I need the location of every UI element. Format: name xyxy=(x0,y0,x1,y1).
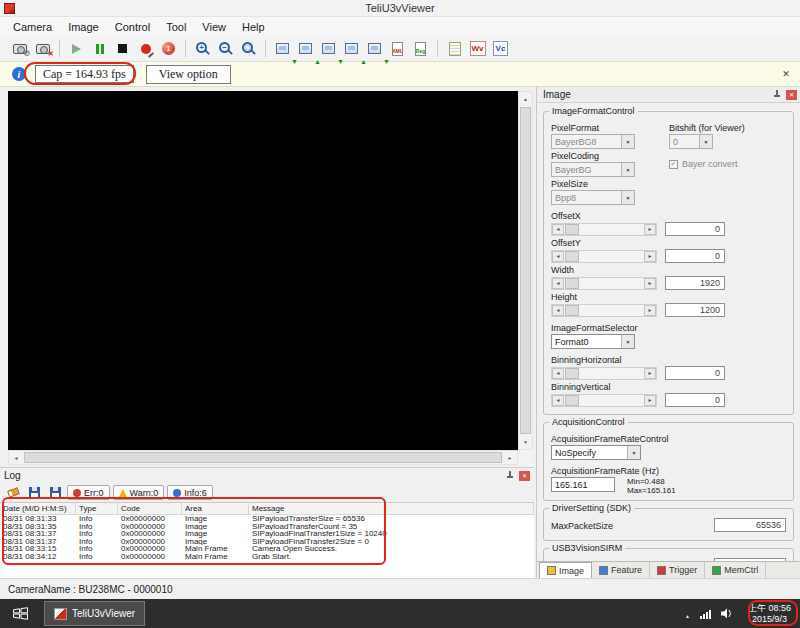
tab-image[interactable]: Image xyxy=(539,562,592,578)
start-button[interactable] xyxy=(0,599,40,628)
offset-x-slider[interactable] xyxy=(551,223,657,236)
binning-vertical-value[interactable]: 0 xyxy=(665,393,725,407)
scroll-left-icon[interactable] xyxy=(9,451,23,464)
log-row[interactable]: 08/31 08:33:15Info0x00000000Main FrameCa… xyxy=(0,545,534,553)
camera-settings-save-button[interactable] xyxy=(271,38,294,60)
log-window-button[interactable] xyxy=(443,38,466,60)
snapshot-counter-button[interactable]: 1 xyxy=(157,38,180,60)
zoom-fit-button[interactable]: □ xyxy=(237,38,260,60)
binning-horizontal-slider[interactable] xyxy=(551,367,657,380)
log-row[interactable]: 08/31 08:31:35Info0x00000000ImageSIPaylo… xyxy=(0,523,534,531)
slider-right-icon[interactable] xyxy=(644,278,656,289)
camera-close-button[interactable]: ✕ xyxy=(31,38,54,60)
offset-x-value[interactable]: 0 xyxy=(665,222,725,236)
log-column-code[interactable]: Code xyxy=(118,503,182,514)
xml-export-button[interactable]: XML xyxy=(386,38,409,60)
filter-error-button[interactable]: Err:0 xyxy=(67,485,110,500)
slider-left-icon[interactable] xyxy=(552,278,564,289)
acquisition-frame-rate-control-select[interactable]: NoSpecify xyxy=(551,445,641,460)
camera-open-button[interactable]: ⚙ xyxy=(8,38,31,60)
slider-left-icon[interactable] xyxy=(552,368,564,379)
image-format-selector-select[interactable]: Format0 xyxy=(551,334,635,349)
pin-icon[interactable] xyxy=(506,471,514,480)
log-column-type[interactable]: Type xyxy=(76,503,118,514)
menu-image[interactable]: Image xyxy=(60,19,107,35)
scroll-up-icon[interactable] xyxy=(519,92,532,106)
log-column-area[interactable]: Area xyxy=(182,503,249,514)
pixel-size-select[interactable]: Bpp8 xyxy=(551,190,635,205)
menu-view[interactable]: View xyxy=(194,19,234,35)
slider-right-icon[interactable] xyxy=(644,395,656,406)
scroll-right-icon[interactable] xyxy=(503,451,517,464)
max-packet-size-input[interactable]: 65536 xyxy=(714,518,786,532)
viewer-settings-save-button[interactable] xyxy=(317,38,340,60)
record-button[interactable] xyxy=(134,38,157,60)
tray-chevron-icon[interactable] xyxy=(685,608,690,620)
taskbar-clock[interactable]: 上午 08:56 2015/9/3 xyxy=(744,603,795,625)
settings-refresh-button[interactable] xyxy=(363,38,386,60)
height-slider[interactable] xyxy=(551,304,657,317)
grab-start-button[interactable] xyxy=(65,38,88,60)
scroll-down-icon[interactable] xyxy=(519,435,532,449)
height-value[interactable]: 1200 xyxy=(665,303,725,317)
tab-feature[interactable]: Feature xyxy=(592,562,650,578)
menu-help[interactable]: Help xyxy=(234,19,273,35)
binning-vertical-slider[interactable] xyxy=(551,394,657,407)
slider-right-icon[interactable] xyxy=(644,224,656,235)
horizontal-scroll-thumb[interactable] xyxy=(24,452,502,463)
width-slider[interactable] xyxy=(551,277,657,290)
wv-tool-button[interactable]: Wv xyxy=(466,38,489,60)
vc-tool-button[interactable]: Vc xyxy=(489,38,512,60)
log-row[interactable]: 08/31 08:34:12Info0x00000000Main FrameGr… xyxy=(0,553,534,561)
network-icon[interactable] xyxy=(700,609,711,619)
slider-right-icon[interactable] xyxy=(644,251,656,262)
slider-thumb[interactable] xyxy=(565,224,579,235)
log-column-message[interactable]: Message xyxy=(249,503,534,514)
viewer-settings-load-button[interactable] xyxy=(340,38,363,60)
filter-warning-button[interactable]: Warn:0 xyxy=(113,485,165,500)
view-option-button[interactable]: View option xyxy=(146,65,231,84)
slider-right-icon[interactable] xyxy=(644,368,656,379)
zoom-in-button[interactable]: + xyxy=(191,38,214,60)
zoom-out-button[interactable]: − xyxy=(214,38,237,60)
taskbar-app-button[interactable]: TeliU3vViewer xyxy=(44,601,145,626)
slider-thumb[interactable] xyxy=(565,305,579,316)
vertical-scrollbar[interactable] xyxy=(518,91,533,450)
bayer-convert-checkbox[interactable]: Bayer convert xyxy=(669,159,786,169)
log-clear-button[interactable] xyxy=(4,485,22,501)
slider-thumb[interactable] xyxy=(565,368,579,379)
filter-info-button[interactable]: Info:6 xyxy=(167,485,213,500)
slider-left-icon[interactable] xyxy=(552,305,564,316)
slider-right-icon[interactable] xyxy=(644,305,656,316)
camera-settings-load-button[interactable] xyxy=(294,38,317,60)
slider-left-icon[interactable] xyxy=(552,224,564,235)
panel-close-icon[interactable] xyxy=(786,90,797,100)
binning-horizontal-value[interactable]: 0 xyxy=(665,366,725,380)
slider-left-icon[interactable] xyxy=(552,395,564,406)
log-row[interactable]: 08/31 08:31:37Info0x00000000ImageSIPaylo… xyxy=(0,530,534,538)
log-column-date[interactable]: Date (M/D H:M:S) xyxy=(0,503,76,514)
slider-thumb[interactable] xyxy=(565,251,579,262)
tab-memctrl[interactable]: MemCtrl xyxy=(705,562,766,578)
log-row[interactable]: 08/31 08:31:33Info0x00000000ImageSIPaylo… xyxy=(0,515,534,523)
pixel-format-select[interactable]: BayerBG8 xyxy=(551,134,635,149)
slider-left-icon[interactable] xyxy=(552,251,564,262)
horizontal-scrollbar[interactable] xyxy=(8,450,518,465)
offset-y-value[interactable]: 0 xyxy=(665,249,725,263)
offset-y-slider[interactable] xyxy=(551,250,657,263)
image-display-area[interactable] xyxy=(8,91,518,450)
log-row[interactable]: 08/31 08:31:37Info0x00000000ImageSIPaylo… xyxy=(0,538,534,546)
width-value[interactable]: 1920 xyxy=(665,276,725,290)
menu-camera[interactable]: Camera xyxy=(5,19,60,35)
speaker-icon[interactable] xyxy=(721,608,734,619)
slider-thumb[interactable] xyxy=(565,395,579,406)
vertical-scroll-thumb[interactable] xyxy=(520,107,531,434)
log-close-icon[interactable] xyxy=(519,471,530,481)
grab-stop-button[interactable] xyxy=(111,38,134,60)
tab-trigger[interactable]: Trigger xyxy=(650,562,705,578)
register-access-button[interactable]: Reg xyxy=(409,38,432,60)
bitshift-select[interactable]: 0 xyxy=(669,134,713,149)
acquisition-frame-rate-input[interactable]: 165.161 xyxy=(551,477,615,492)
menu-tool[interactable]: Tool xyxy=(158,19,194,35)
grab-pause-button[interactable] xyxy=(88,38,111,60)
